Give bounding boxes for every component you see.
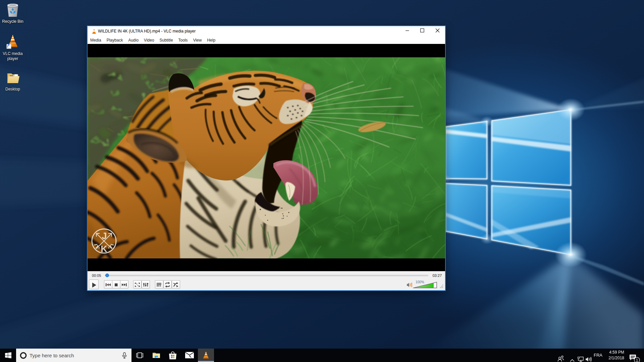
- svg-text:100%: 100%: [416, 280, 424, 284]
- svg-text:J: J: [102, 231, 107, 241]
- svg-text:K: K: [101, 244, 107, 254]
- svg-text:1: 1: [636, 358, 638, 362]
